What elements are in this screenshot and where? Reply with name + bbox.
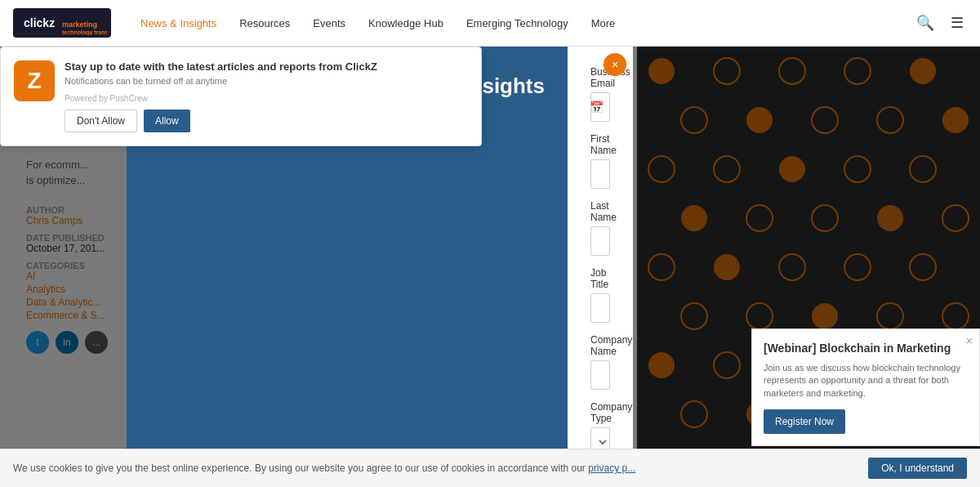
email-icon: 📅	[590, 101, 604, 114]
nav-link-more[interactable]: More	[581, 11, 626, 36]
search-icon[interactable]: 🔍	[913, 11, 938, 35]
job-title-label: Job Title	[590, 267, 610, 290]
first-name-group: First Name	[590, 133, 610, 189]
company-name-label: Company Name	[590, 334, 610, 357]
page-background: Emerging Technology How tooptim... For e…	[0, 47, 980, 487]
push-notification-popup: Z Stay up to date with the latest articl…	[0, 47, 482, 146]
first-name-label: First Name	[590, 133, 610, 156]
email-input-wrapper: 📅	[590, 92, 610, 122]
pushcrew-icon: Z	[14, 60, 55, 101]
nav-link-emerging[interactable]: Emerging Technology	[457, 11, 578, 36]
cookie-message: We use cookies to give you the best onli…	[13, 462, 586, 474]
company-type-label: Company Type	[590, 401, 610, 424]
logo[interactable]: clickz marketing technology transformati…	[13, 8, 111, 38]
svg-text:clickz: clickz	[24, 16, 55, 29]
cookie-ok-button[interactable]: Ok, I understand	[868, 458, 967, 479]
cookie-privacy-link[interactable]: privacy p...	[588, 462, 635, 474]
push-powered-by: Powered by PushCrew	[65, 94, 468, 103]
logo-image: clickz marketing technology transformati…	[13, 8, 111, 38]
push-subtitle: Notifications can be turned off at anyti…	[65, 76, 468, 86]
webinar-description: Join us as we discuss how blockchain tec…	[764, 362, 968, 400]
first-name-input[interactable]	[590, 159, 610, 189]
navbar: clickz marketing technology transformati…	[0, 0, 980, 47]
push-deny-button[interactable]: Don't Allow	[65, 109, 137, 132]
cookie-text: We use cookies to give you the best onli…	[13, 462, 858, 474]
nav-links: News & Insights Resources Events Knowled…	[131, 11, 913, 36]
nav-link-resources[interactable]: Resources	[229, 11, 300, 36]
push-title: Stay up to date with the latest articles…	[65, 60, 468, 73]
modal-close-button[interactable]: ×	[604, 53, 626, 76]
push-allow-button[interactable]: Allow	[144, 109, 190, 132]
nav-link-events[interactable]: Events	[303, 11, 355, 36]
business-email-group: Business Email 📅	[590, 66, 610, 122]
nav-icons: 🔍 ☰	[913, 11, 967, 35]
job-title-group: Job Title	[590, 267, 610, 323]
webinar-title: [Webinar] Blockchain in Marketing	[764, 341, 968, 355]
svg-text:marketing: marketing	[62, 20, 97, 29]
webinar-register-button[interactable]: Register Now	[764, 409, 845, 434]
menu-icon[interactable]: ☰	[947, 11, 967, 35]
job-title-input[interactable]	[590, 293, 610, 323]
webinar-close-button[interactable]: ×	[966, 334, 973, 347]
last-name-label: Last Name	[590, 200, 610, 223]
push-buttons: Don't Allow Allow	[65, 109, 468, 132]
modal-form: Business Email 📅 First Name Last Name	[568, 47, 633, 487]
push-content: Stay up to date with the latest articles…	[65, 60, 468, 132]
company-name-input[interactable]	[590, 360, 610, 390]
cookie-bar: We use cookies to give you the best onli…	[0, 449, 980, 487]
nav-link-knowledge[interactable]: Knowledge Hub	[359, 11, 453, 36]
webinar-popup: × [Webinar] Blockchain in Marketing Join…	[751, 328, 980, 446]
company-name-group: Company Name	[590, 334, 610, 390]
last-name-group: Last Name	[590, 200, 610, 256]
svg-text:technology transformation: technology transformation	[62, 29, 107, 35]
last-name-input[interactable]	[590, 226, 610, 256]
nav-link-news[interactable]: News & Insights	[131, 11, 226, 36]
